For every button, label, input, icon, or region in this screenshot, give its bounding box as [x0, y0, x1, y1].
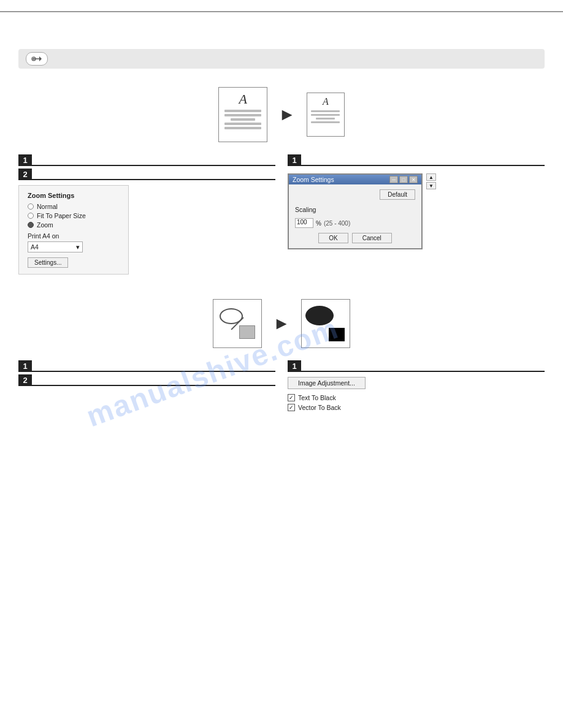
spinner-arrows: ▲ ▼ — [426, 173, 436, 189]
dialog-minimize-btn[interactable]: ─ — [389, 176, 398, 183]
radio-normal-row[interactable]: Normal — [28, 203, 120, 210]
black-col-right: 1 Image Adjustment... Text To Black Vect… — [282, 360, 545, 414]
scaling-range: (25 - 400) — [324, 220, 350, 227]
doc-line — [311, 121, 340, 123]
radio-zoom-row[interactable]: Zoom — [28, 221, 120, 229]
doc-before-letter: A — [239, 93, 247, 106]
doc-after: A — [307, 93, 345, 137]
section-num-1: 1 — [18, 154, 32, 166]
doc-line — [224, 127, 261, 129]
section-num-black-2: 2 — [18, 374, 32, 386]
radio-fit-row[interactable]: Fit To Paper Size — [28, 212, 120, 219]
text-to-black-label: Text To Black — [298, 394, 336, 401]
radio-fit-label: Fit To Paper Size — [37, 212, 86, 219]
vector-to-back-checkbox[interactable] — [288, 404, 295, 411]
dialog-default-button[interactable]: Default — [380, 189, 415, 200]
shape-rect-gray — [239, 325, 255, 339]
zoom-arrow: ► — [278, 105, 296, 124]
black-section: 1 2 1 Image Adjustment... Text To Black … — [18, 360, 545, 414]
zoom-dialog-titlebar: Zoom Settings ─ □ ✕ — [289, 175, 421, 184]
section-bar-right-1: 1 — [288, 154, 545, 166]
doc-line — [224, 114, 261, 116]
dialog-ok-cancel-row: OK Cancel — [295, 233, 415, 243]
section-num-black-1: 1 — [18, 360, 32, 372]
doc-line-short — [316, 118, 335, 119]
print-on-label: Print A4 on — [28, 232, 120, 240]
zoom-panel-title: Zoom Settings — [28, 192, 120, 199]
section-title-right-1 — [301, 154, 545, 166]
section-title-2 — [32, 169, 275, 180]
doc-line — [224, 123, 261, 125]
zoom-section: 1 2 Zoom Settings Normal Fit To Paper Si… — [18, 154, 545, 275]
note-banner — [18, 49, 545, 69]
vector-to-back-row[interactable]: Vector To Back — [288, 404, 545, 411]
scaling-input-row: 100 % (25 - 400) — [295, 218, 415, 228]
section-num-right-1: 1 — [288, 154, 301, 166]
radio-normal-label: Normal — [37, 203, 58, 210]
zoom-dialog-title: Zoom Settings — [293, 176, 334, 183]
doc-line — [224, 110, 261, 112]
print-on-select-value: A4 — [31, 243, 39, 251]
text-to-black-row[interactable]: Text To Black — [288, 394, 545, 401]
scaling-value: 100 — [297, 219, 307, 226]
text-to-black-checkbox[interactable] — [288, 394, 295, 401]
radio-zoom-dot — [28, 222, 34, 228]
dialog-ok-button[interactable]: OK — [318, 233, 348, 243]
doc-after-letter: A — [323, 97, 329, 107]
black-arrow: ► — [273, 314, 290, 333]
black-col-left: 1 2 — [18, 360, 282, 414]
section-title-1 — [32, 154, 275, 166]
doc-line-short — [231, 118, 255, 121]
radio-zoom-label: Zoom — [37, 221, 53, 229]
print-on-select-row: A4 ▾ — [28, 241, 120, 252]
radio-fit-dot — [28, 213, 34, 219]
doc-line — [311, 110, 340, 112]
shape-ellipse-black — [305, 306, 334, 325]
vector-to-back-label: Vector To Back — [298, 404, 341, 411]
dialog-close-btn[interactable]: ✕ — [409, 176, 418, 183]
settings-button[interactable]: Settings... — [28, 257, 68, 268]
doc-line — [311, 114, 340, 116]
section-num-2: 2 — [18, 169, 32, 180]
svg-marker-1 — [39, 56, 42, 61]
section-bar-black-1: 1 — [18, 360, 275, 372]
dialog-maximize-btn[interactable]: □ — [399, 176, 408, 183]
zoom-settings-panel: Zoom Settings Normal Fit To Paper Size Z… — [18, 185, 129, 275]
pencil-icon — [26, 52, 48, 66]
doc-before: A — [218, 87, 267, 142]
shape-rect-black — [329, 328, 345, 341]
spinner-down-arrow[interactable]: ▼ — [426, 182, 436, 189]
print-on-select[interactable]: A4 ▾ — [28, 241, 83, 252]
shapes-before-box — [213, 299, 262, 348]
zoom-dialog: Zoom Settings ─ □ ✕ Default Scaling — [288, 173, 423, 249]
zoom-col-left: 1 2 Zoom Settings Normal Fit To Paper Si… — [18, 154, 282, 275]
shapes-after-box — [301, 299, 350, 348]
black-panel: Image Adjustment... Text To Black Vector… — [288, 377, 545, 411]
scaling-pct: % — [316, 220, 321, 227]
top-rule — [0, 11, 563, 12]
radio-normal-dot — [28, 203, 34, 210]
section-num-black-right: 1 — [288, 360, 301, 372]
zoom-dialog-body: Default Scaling 100 % (25 - 400) OK — [289, 184, 421, 248]
section-title-black-right — [301, 360, 545, 372]
section-bar-black-2: 2 — [18, 374, 275, 386]
spinner-up-arrow[interactable]: ▲ — [426, 173, 436, 181]
scaling-label: Scaling — [295, 206, 316, 213]
zoom-illustration-row: A ► A — [0, 87, 563, 142]
section-bar-2: 2 — [18, 169, 275, 180]
scaling-input[interactable]: 100 — [295, 218, 313, 228]
zoom-col-right: 1 Zoom Settings ─ □ ✕ Default — [282, 154, 545, 275]
dialog-cancel-button[interactable]: Cancel — [352, 233, 392, 243]
select-arrow-icon: ▾ — [76, 243, 80, 251]
section-bar-1: 1 — [18, 154, 275, 166]
dialog-close-buttons: ─ □ ✕ — [389, 176, 418, 183]
section-bar-black-right: 1 — [288, 360, 545, 372]
black-illustration-row: ► — [0, 299, 563, 348]
section-title-black-1 — [32, 360, 275, 372]
scaling-row: Scaling — [295, 206, 415, 213]
image-adjustment-button[interactable]: Image Adjustment... — [288, 377, 366, 389]
section-title-black-2 — [32, 374, 275, 386]
